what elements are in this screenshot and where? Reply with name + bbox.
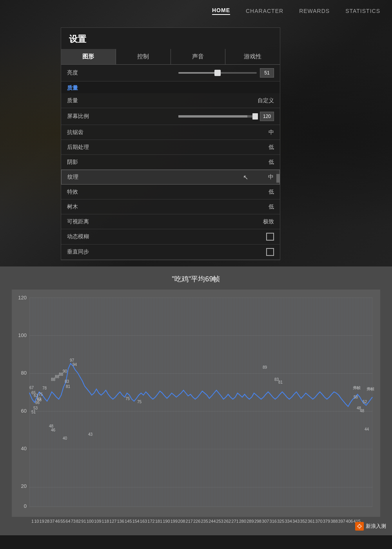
nav-home[interactable]: HOME [212, 7, 230, 15]
svg-rect-51 [29, 298, 372, 507]
x-label: 73 [71, 519, 76, 524]
effects-row: 特效 低 [61, 185, 280, 199]
screen-ratio-row: 屏幕比例 120 [61, 108, 280, 125]
x-label: 109 [94, 519, 101, 524]
x-label: 271 [231, 519, 238, 524]
motion-blur-checkbox[interactable] [266, 233, 274, 241]
antialiasing-label: 抗锯齿 [67, 129, 106, 136]
quality-row: 质量 自定义 [61, 93, 280, 108]
x-label: 244 [209, 519, 216, 524]
x-label: 289 [247, 519, 254, 524]
svg-text:0: 0 [24, 503, 27, 509]
x-label: 316 [270, 519, 277, 524]
quality-value[interactable]: 自定义 [258, 97, 274, 104]
nav-character[interactable]: CHARACTER [246, 8, 283, 14]
x-label: 46 [55, 519, 60, 524]
tab-gameplay[interactable]: 游戏性 [225, 49, 280, 64]
x-label: 145 [125, 519, 132, 524]
settings-title: 设置 [61, 28, 280, 49]
trees-value[interactable]: 低 [269, 203, 274, 210]
x-label: 100 [87, 519, 94, 524]
scrollbar-thumb [276, 174, 279, 183]
x-label: 361 [308, 519, 315, 524]
bar-thumb[interactable] [252, 113, 258, 120]
x-label: 379 [323, 519, 330, 524]
x-label: 397 [338, 519, 345, 524]
nav-rewards[interactable]: REWARDS [299, 8, 330, 14]
slider-thumb[interactable] [214, 70, 221, 76]
x-label: 64 [65, 519, 70, 524]
x-label: 325 [277, 519, 284, 524]
svg-text:100: 100 [18, 332, 27, 338]
svg-point-53 [358, 525, 361, 527]
textures-label: 纹理 [67, 174, 107, 181]
vsync-checkbox[interactable] [266, 248, 274, 256]
tab-bar: 图形 控制 声音 游戏性 [61, 49, 280, 65]
settings-panel: 设置 图形 控制 声音 游戏性 亮度 51 质量 [61, 27, 280, 260]
screen-ratio-label: 屏幕比例 [67, 113, 106, 120]
logo-area: 新浪入测 [355, 522, 386, 531]
view-distance-row: 可视距离 极致 [61, 214, 280, 229]
x-label: 190 [163, 519, 170, 524]
x-label: 334 [285, 519, 292, 524]
x-label: 1 [31, 519, 34, 524]
slider-fill [178, 72, 218, 74]
scrollbar[interactable] [276, 170, 279, 184]
brightness-label: 亮度 [67, 69, 106, 76]
svg-text:120: 120 [18, 295, 27, 301]
x-label: 262 [224, 519, 231, 524]
x-label: 253 [216, 519, 223, 524]
x-label: 352 [300, 519, 307, 524]
logo-text: 新浪入测 [366, 523, 386, 530]
motion-blur-row: 动态模糊 [61, 229, 280, 245]
screen-ratio-value: 120 [260, 112, 274, 121]
tab-controls[interactable]: 控制 [116, 49, 171, 64]
x-label: 370 [315, 519, 322, 524]
x-label: 82 [76, 519, 81, 524]
tab-graphics[interactable]: 图形 [61, 49, 116, 64]
cursor-icon: ↖ [243, 174, 248, 181]
x-label: 19 [40, 519, 44, 524]
antialiasing-value[interactable]: 中 [269, 129, 274, 136]
shadows-value[interactable]: 低 [269, 159, 274, 166]
x-axis-labels: 1 10 19 28 37 46 55 64 73 82 91 100 109 … [12, 517, 380, 524]
svg-text:80: 80 [21, 370, 27, 376]
x-label: 208 [178, 519, 185, 524]
game-ui-section: HOME CHARACTER REWARDS STATISTICS 设置 图形 … [0, 0, 392, 266]
action-bar: 好的 取消 默认 重置 应用 [61, 266, 280, 266]
x-label: 406 [346, 519, 353, 524]
x-label: 163 [140, 519, 147, 524]
nav-statistics[interactable]: STATISTICS [345, 8, 380, 14]
nav-bar: HOME CHARACTER REWARDS STATISTICS [0, 0, 392, 22]
x-label: 343 [292, 519, 299, 524]
vsync-row: 垂直同步 [61, 245, 280, 260]
x-label: 235 [201, 519, 208, 524]
logo-icon [355, 522, 364, 531]
slider-track [178, 72, 257, 74]
tab-audio[interactable]: 声音 [171, 49, 226, 64]
textures-value[interactable]: 中 [268, 174, 274, 181]
x-label: 91 [81, 519, 86, 524]
brightness-row: 亮度 51 [61, 65, 280, 82]
screen-ratio-bar[interactable]: 120 [178, 112, 274, 121]
textures-row: 纹理 中 ↖ [61, 170, 280, 185]
fps-chart: 120 100 80 60 40 20 0 97 94 90 88 88 88 … [12, 290, 380, 517]
brightness-value: 51 [260, 68, 274, 78]
shadows-row: 阴影 低 [61, 155, 280, 170]
x-label: 298 [254, 519, 261, 524]
view-distance-value[interactable]: 极致 [263, 218, 274, 225]
effects-value[interactable]: 低 [269, 188, 274, 196]
x-label: 37 [50, 519, 54, 524]
view-distance-label: 可视距离 [67, 218, 106, 225]
x-label: 127 [109, 519, 116, 524]
trees-row: 树木 低 [61, 199, 280, 214]
chart-title: "吃鸡"平均69帧 [12, 274, 380, 284]
x-label: 172 [147, 519, 154, 524]
trees-label: 树木 [67, 203, 106, 210]
x-label: 55 [60, 519, 65, 524]
svg-text:20: 20 [21, 483, 27, 489]
brightness-slider[interactable]: 51 [178, 68, 274, 78]
postprocess-value[interactable]: 低 [269, 144, 274, 151]
shadows-label: 阴影 [67, 159, 106, 166]
x-label: 154 [132, 519, 139, 524]
